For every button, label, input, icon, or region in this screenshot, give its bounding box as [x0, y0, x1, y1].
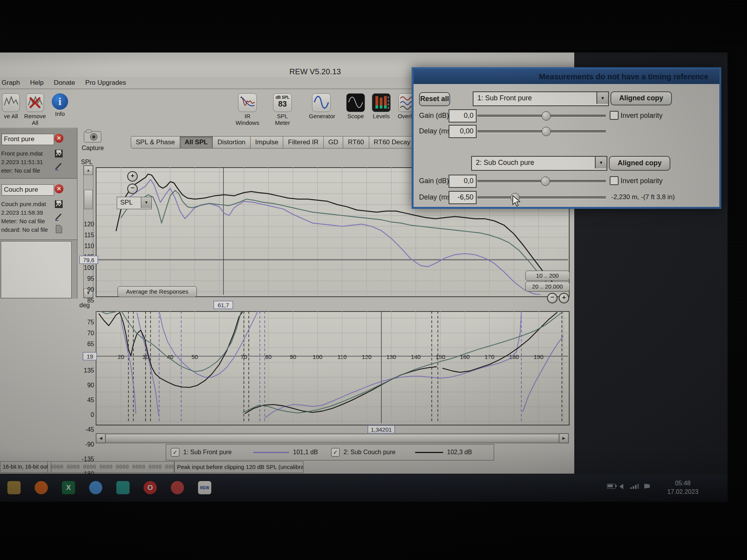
gain-2-field[interactable]: 0,0 — [449, 175, 477, 188]
capture-button[interactable]: Capture — [82, 129, 103, 152]
pencil-icon[interactable] — [54, 212, 64, 221]
svg-text:3: 3 — [388, 99, 389, 103]
teams-icon[interactable] — [115, 480, 131, 495]
spl-selector-label: SPL — [120, 199, 133, 206]
firefox-icon-glyph — [35, 481, 48, 494]
spl-x-tick: 160 — [460, 354, 470, 360]
scroll-left-icon[interactable]: ◀ — [96, 434, 105, 443]
toolbar-save-all-button[interactable]: ve All — [0, 93, 22, 119]
scroll-up-icon[interactable]: ▲ — [84, 166, 93, 175]
excel-icon-glyph: X — [62, 481, 75, 494]
toolbar-spl-meter-button[interactable]: dB SPL83SPL Meter — [270, 93, 295, 126]
close-icon[interactable]: ✕ — [54, 184, 63, 193]
menu-item-graph[interactable]: Graph — [2, 79, 20, 87]
graph-h-scrollbar[interactable]: ◀ ▶ — [96, 433, 569, 443]
measurement-2-dropdown[interactable]: 2: Sub Couch pure ▼ — [471, 156, 607, 171]
spl-y-tick: 70 — [71, 330, 94, 337]
toolbar-info-button[interactable]: iInfo — [49, 93, 71, 117]
toolbar-generator-button[interactable]: Generator — [309, 93, 334, 119]
zoom-out-icon[interactable]: − — [127, 184, 138, 194]
battery-icon[interactable] — [607, 484, 615, 489]
chrome-icon[interactable] — [88, 480, 103, 495]
measurement-name-field[interactable]: Front pure — [2, 134, 54, 145]
phase-plot-area[interactable] — [96, 311, 570, 425]
chevron-down-icon[interactable]: ▼ — [141, 197, 151, 208]
language-flag-icon[interactable] — [644, 484, 650, 488]
h-scrollbar-thumb[interactable] — [105, 434, 559, 443]
tab-rt60-decay[interactable]: RT60 Decay — [369, 136, 416, 149]
level-meter-status: 0000 0000 0000 0000 0000 0000 0000 0000 — [47, 461, 174, 473]
toolbar-scope-button[interactable]: Scope — [343, 93, 368, 119]
zoom-out-x-icon[interactable]: − — [547, 293, 558, 303]
invert-polarity-1-checkbox[interactable] — [610, 111, 619, 120]
legend-checkbox[interactable]: ✓ — [331, 448, 340, 457]
firefox-icon[interactable] — [33, 480, 49, 495]
delay-2-field[interactable]: -6,50 — [449, 191, 477, 204]
delay-1-field[interactable]: 0,00 — [449, 125, 477, 138]
chevron-down-icon[interactable]: ▼ — [595, 157, 607, 168]
measurement-item[interactable]: Couch pure✕Couch pure.mdat2.2023 11:58:3… — [0, 179, 77, 240]
aligned-copy-2-button[interactable]: Aligned copy — [609, 156, 670, 171]
gain-1-field[interactable]: 0,0 — [449, 109, 477, 122]
menu-item-pro-upgrades[interactable]: Pro Upgrades — [85, 79, 126, 87]
spl-axis-selector[interactable]: SPL ▼ — [117, 197, 152, 209]
toolbar-levels-button[interactable]: 0369Levels — [369, 93, 394, 119]
dialog-titlebar[interactable]: Measurements do not have a timing refere… — [414, 69, 719, 84]
gain-1-slider-handle[interactable] — [542, 111, 551, 121]
speaker-icon[interactable] — [619, 484, 623, 489]
note-icon[interactable] — [54, 225, 64, 233]
chevron-down-icon[interactable]: ▼ — [596, 92, 608, 104]
folder-icon[interactable] — [6, 480, 22, 495]
legend-checkbox[interactable]: ✓ — [171, 448, 179, 457]
remove-all-icon — [26, 93, 44, 112]
delay-2-slider[interactable] — [477, 196, 606, 199]
spl-x-tick: 180 — [509, 354, 519, 360]
invert-polarity-2-checkbox[interactable] — [610, 176, 619, 185]
spl-x-tick: 150 — [435, 354, 445, 360]
save-icon[interactable] — [54, 149, 64, 158]
measurement-item[interactable]: Front pure✕Front pure.mdat2.2023 11:51:3… — [0, 128, 77, 178]
measurement-name-field[interactable]: Couch pure — [2, 184, 54, 196]
zoom-in-x-icon[interactable]: + — [559, 293, 569, 303]
media-player-icon[interactable] — [170, 480, 185, 495]
spl-y-tick: 120 — [71, 221, 94, 228]
excel-icon[interactable]: X — [61, 480, 76, 495]
tab-impulse[interactable]: Impulse — [251, 136, 284, 149]
tab-distortion[interactable]: Distortion — [213, 136, 251, 149]
measurement-1-dropdown[interactable]: 1: Sub Front pure ▼ — [473, 91, 609, 106]
reset-all-button[interactable]: Reset all — [419, 92, 450, 106]
average-responses-button[interactable]: Average the Responses — [117, 286, 197, 297]
aligned-copy-1-button[interactable]: Aligned copy — [610, 91, 672, 105]
invert-polarity-2-label: Invert polarity — [621, 177, 663, 185]
menu-item-donate[interactable]: Donate — [54, 79, 75, 87]
range-20-20000-button[interactable]: 20 .. 20.000 — [525, 282, 570, 292]
rew-icon[interactable]: REW — [197, 480, 212, 495]
opera-icon[interactable]: O — [142, 480, 158, 495]
pencil-icon[interactable] — [54, 162, 64, 170]
tab-rt60[interactable]: RT60 — [343, 136, 369, 149]
menu-item-help[interactable]: Help — [30, 79, 44, 87]
tab-filtered-ir[interactable]: Filtered IR — [283, 136, 323, 149]
network-signal-icon[interactable] — [630, 484, 639, 489]
spl-x-tick: 110 — [337, 354, 347, 360]
gain-2-slider-handle[interactable] — [541, 177, 550, 186]
tab-spl-phase[interactable]: SPL & Phase — [131, 136, 180, 149]
spl-meter-value: 83 — [274, 100, 291, 108]
spl-x-tick: 70 — [240, 354, 247, 360]
save-icon[interactable] — [54, 200, 64, 208]
close-icon[interactable]: ✕ — [54, 134, 63, 143]
window-title: REW V5.20.13 — [233, 67, 397, 76]
legend-line-sample — [253, 452, 289, 453]
tab-all-spl[interactable]: All SPL — [180, 136, 213, 149]
scrollbar-thumb[interactable] — [84, 190, 93, 209]
tab-gd[interactable]: GD — [324, 136, 344, 149]
range-10-200-button[interactable]: 10 .. 200 — [525, 271, 570, 281]
scroll-right-icon[interactable]: ▶ — [559, 434, 568, 443]
taskbar-clock[interactable]: 05:48 17.02.2023 — [661, 479, 704, 496]
spl-x-tick: 190 — [534, 354, 544, 360]
delay-1-slider-handle[interactable] — [542, 127, 551, 136]
measurements-empty-area — [1, 241, 72, 298]
toolbar-remove-all-button[interactable]: Remove All — [24, 93, 46, 126]
toolbar-ir-windows-button[interactable]: IR Windows — [235, 93, 260, 126]
zoom-in-icon[interactable]: + — [127, 171, 138, 182]
